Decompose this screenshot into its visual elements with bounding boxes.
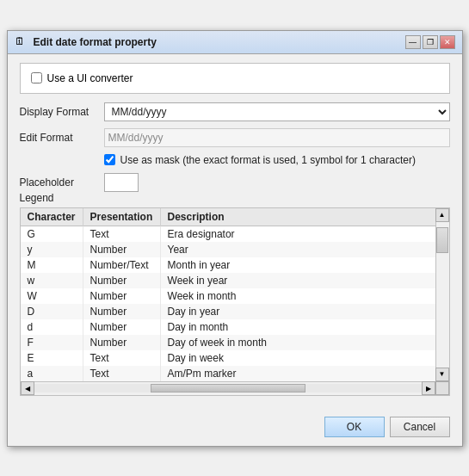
- table-cell-char: w: [21, 273, 83, 288]
- table-cell-pres: Number: [83, 242, 160, 257]
- placeholder-row: Placeholder: [20, 173, 450, 192]
- table-cell-char: a: [21, 366, 83, 381]
- table-cell-pres: Number: [83, 288, 160, 304]
- table-cell-pres: Text: [83, 226, 160, 242]
- scroll-left-button[interactable]: ◀: [21, 381, 34, 395]
- table-row: WNumberWeek in month: [21, 288, 435, 304]
- converter-label: Use a UI converter: [47, 72, 133, 84]
- horiz-scroll-track: [34, 384, 422, 393]
- table-cell-pres: Number/Text: [83, 257, 160, 273]
- table-cell-char: M: [21, 257, 83, 273]
- table-cell-desc: Year: [160, 242, 435, 257]
- close-button[interactable]: ✕: [440, 35, 455, 49]
- table-cell-desc: Day in month: [160, 319, 435, 335]
- legend-table-container: Character Presentation Description GText…: [20, 207, 450, 396]
- table-cell-pres: Number: [83, 304, 160, 319]
- table-cell-desc: Week in month: [160, 288, 435, 304]
- table-wrapper: Character Presentation Description GText…: [21, 208, 435, 381]
- horizontal-scrollbar[interactable]: ◀ ▶: [21, 381, 449, 395]
- title-bar-left: 🗓 Edit date format property: [15, 35, 157, 49]
- table-cell-desc: Day of week in month: [160, 335, 435, 350]
- table-cell-char: F: [21, 335, 83, 350]
- table-cell-desc: Day in year: [160, 304, 435, 319]
- dialog: 🗓 Edit date format property — ❐ ✕ Use a …: [7, 30, 463, 447]
- table-row: wNumberWeek in year: [21, 273, 435, 288]
- col-header-description: Description: [160, 208, 435, 226]
- dialog-icon: 🗓: [15, 35, 28, 49]
- display-format-select[interactable]: MM/dd/yyyy dd/MM/yyyy yyyy-MM-dd: [104, 102, 450, 121]
- mask-label: Use as mask (the exact format is used, 1…: [120, 154, 416, 166]
- mask-row: Use as mask (the exact format is used, 1…: [104, 154, 450, 166]
- table-header-row: Character Presentation Description: [21, 208, 435, 226]
- converter-row: Use a UI converter: [31, 72, 439, 84]
- col-header-character: Character: [21, 208, 83, 226]
- scroll-thumb[interactable]: [436, 227, 448, 253]
- table-cell-pres: Text: [83, 366, 160, 381]
- cancel-button[interactable]: Cancel: [390, 417, 450, 437]
- table-cell-desc: Day in week: [160, 350, 435, 366]
- edit-format-input: [104, 128, 450, 147]
- title-buttons: — ❐ ✕: [405, 35, 455, 49]
- table-cell-char: E: [21, 350, 83, 366]
- mask-checkbox[interactable]: [104, 154, 115, 165]
- scroll-up-button[interactable]: ▲: [435, 208, 449, 222]
- restore-button[interactable]: ❐: [423, 35, 438, 49]
- table-cell-desc: Am/Pm marker: [160, 366, 435, 381]
- table-row: FNumberDay of week in month: [21, 335, 435, 350]
- display-format-label: Display Format: [20, 106, 97, 118]
- table-cell-pres: Text: [83, 350, 160, 366]
- horiz-scroll-corner: [435, 381, 449, 395]
- table-cell-char: W: [21, 288, 83, 304]
- horiz-scroll-thumb[interactable]: [151, 384, 305, 393]
- table-row: ETextDay in week: [21, 350, 435, 366]
- legend-table: Character Presentation Description GText…: [21, 208, 435, 381]
- table-row: yNumberYear: [21, 242, 435, 257]
- dialog-title: Edit date format property: [34, 36, 157, 48]
- table-cell-desc: Month in year: [160, 257, 435, 273]
- edit-format-row: Edit Format: [20, 128, 450, 147]
- converter-checkbox[interactable]: [31, 72, 42, 83]
- table-cell-pres: Number: [83, 319, 160, 335]
- scroll-right-button[interactable]: ▶: [422, 381, 435, 395]
- table-row: dNumberDay in month: [21, 319, 435, 335]
- table-row: GTextEra designator: [21, 226, 435, 242]
- dialog-body: Use a UI converter Display Format MM/dd/…: [8, 54, 462, 411]
- table-cell-pres: Number: [83, 335, 160, 350]
- title-bar: 🗓 Edit date format property — ❐ ✕: [8, 31, 462, 54]
- legend-section: Legend Character Presentation Descriptio…: [20, 192, 450, 396]
- col-header-presentation: Presentation: [83, 208, 160, 226]
- table-cell-char: G: [21, 226, 83, 242]
- table-cell-desc: Week in year: [160, 273, 435, 288]
- display-format-row: Display Format MM/dd/yyyy dd/MM/yyyy yyy…: [20, 102, 450, 121]
- vertical-scrollbar[interactable]: ▲ ▼: [435, 208, 449, 395]
- table-cell-char: y: [21, 242, 83, 257]
- table-cell-desc: Era designator: [160, 226, 435, 242]
- placeholder-input[interactable]: [104, 173, 139, 192]
- table-cell-char: d: [21, 319, 83, 335]
- legend-label: Legend: [20, 192, 450, 204]
- dialog-footer: OK Cancel: [8, 411, 462, 446]
- table-cell-char: D: [21, 304, 83, 319]
- table-row: aTextAm/Pm marker: [21, 366, 435, 381]
- placeholder-label: Placeholder: [20, 176, 97, 189]
- table-cell-pres: Number: [83, 273, 160, 288]
- edit-format-label: Edit Format: [20, 132, 97, 144]
- table-row: DNumberDay in year: [21, 304, 435, 319]
- table-row: MNumber/TextMonth in year: [21, 257, 435, 273]
- converter-section: Use a UI converter: [20, 63, 450, 94]
- ok-button[interactable]: OK: [324, 417, 385, 437]
- scroll-down-button[interactable]: ▼: [435, 368, 449, 381]
- minimize-button[interactable]: —: [405, 35, 421, 49]
